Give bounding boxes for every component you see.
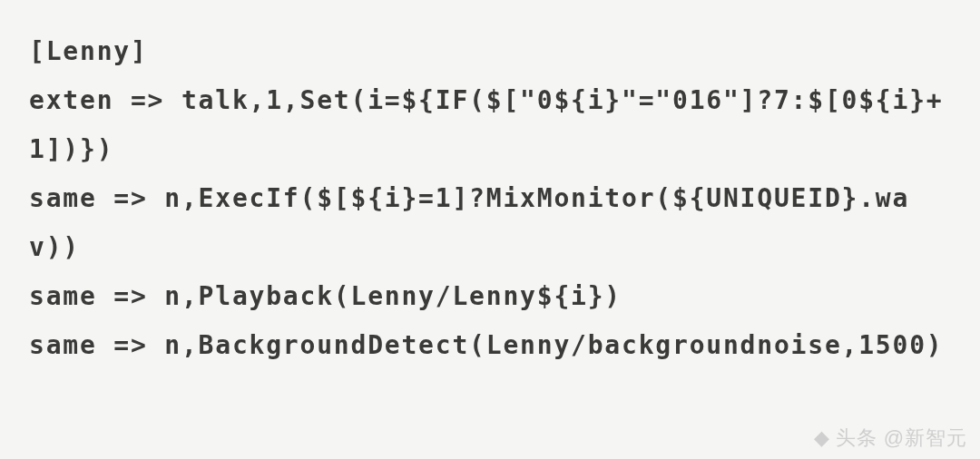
watermark: ◆ 头条 @新智元 xyxy=(814,425,967,452)
source-icon: ◆ xyxy=(814,426,830,450)
code-line: [Lenny] xyxy=(29,36,148,66)
code-line: exten => talk,1,Set(i=${IF($["0${i}"="01… xyxy=(29,85,944,164)
code-line: same => n,Playback(Lenny/Lenny${i}) xyxy=(29,281,622,311)
code-block: [Lenny] exten => talk,1,Set(i=${IF($["0$… xyxy=(0,0,980,397)
code-line: same => n,BackgroundDetect(Lenny/backgro… xyxy=(29,330,944,360)
watermark-text: 头条 @新智元 xyxy=(836,425,967,452)
code-line: same => n,ExecIf($[${i}=1]?MixMonitor(${… xyxy=(29,183,909,262)
